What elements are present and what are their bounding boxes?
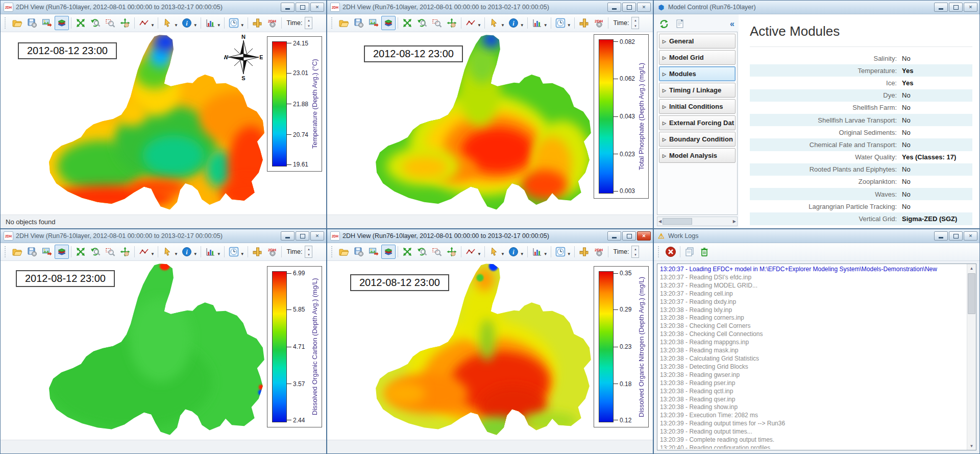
copy-log-button[interactable] xyxy=(682,245,697,259)
pan-button[interactable] xyxy=(445,245,459,259)
layers-button[interactable] xyxy=(381,245,396,259)
info-button[interactable]: i xyxy=(506,245,521,259)
export-image-button[interactable] xyxy=(366,245,381,259)
select-arrow-button[interactable] xyxy=(487,16,501,30)
dropdown-arrow-icon[interactable]: ▼ xyxy=(240,252,244,256)
scroll-up-arrow-icon[interactable]: ▲ xyxy=(967,264,976,272)
export-image-button[interactable] xyxy=(40,16,54,30)
close-button[interactable]: ✕ xyxy=(637,231,651,241)
sidebar-horizontal-scrollbar[interactable]: ◀ ▶ xyxy=(657,217,738,226)
fit-extents-button[interactable] xyxy=(74,16,88,30)
maximize-button[interactable] xyxy=(296,231,309,241)
dropdown-arrow-icon[interactable]: ▼ xyxy=(501,23,505,28)
close-button[interactable]: ✕ xyxy=(310,231,324,241)
scroll-down-arrow-icon[interactable]: ▼ xyxy=(967,442,976,450)
titlebar-temperature-view[interactable]: 2DH 2DH View (Run76-10layer, 2012-08-01 … xyxy=(1,1,326,14)
profile-line-button[interactable] xyxy=(137,16,151,30)
close-button[interactable]: ✕ xyxy=(637,3,651,12)
clock-button[interactable] xyxy=(553,245,568,259)
sidebar-item-external-forcing-dat[interactable]: ▷External Forcing Dat xyxy=(659,115,736,130)
sidebar-item-model-grid[interactable]: ▷Model Grid xyxy=(659,50,736,65)
bar-chart-button[interactable] xyxy=(530,16,544,30)
dropdown-arrow-icon[interactable]: ▼ xyxy=(193,23,198,28)
2dh-settings-button[interactable]: 2DH xyxy=(265,16,279,30)
heatmap-canvas-doc[interactable] xyxy=(1,261,269,440)
titlebar-work-logs[interactable]: ⚠ Work Logs ✕ xyxy=(654,229,979,243)
pan-button[interactable] xyxy=(118,16,132,30)
fit-extents-button[interactable] xyxy=(74,245,88,259)
titlebar-doc-view[interactable]: 2DH 2DH View (Run76-10layer, 2012-08-01 … xyxy=(1,229,326,243)
log-vertical-scrollbar[interactable]: ▲ ▼ xyxy=(967,264,976,450)
dropdown-arrow-icon[interactable]: ▼ xyxy=(501,252,505,256)
stop-button[interactable] xyxy=(664,245,678,259)
dropdown-arrow-icon[interactable]: ▼ xyxy=(567,23,571,28)
dropdown-arrow-icon[interactable]: ▼ xyxy=(520,252,524,256)
dropdown-arrow-icon[interactable]: ▼ xyxy=(151,252,155,256)
time-spinner[interactable]: ▲▼ xyxy=(305,246,312,258)
save-settings-button[interactable] xyxy=(352,16,366,30)
dropdown-arrow-icon[interactable]: ▼ xyxy=(544,252,548,256)
scroll-left-arrow-icon[interactable]: ◀ xyxy=(658,219,662,224)
close-button[interactable]: ✕ xyxy=(964,3,977,12)
scrollbar-thumb[interactable] xyxy=(663,218,692,225)
profile-line-button[interactable] xyxy=(463,16,478,30)
dropdown-arrow-icon[interactable]: ▼ xyxy=(520,23,524,28)
time-spinner[interactable]: ▲▼ xyxy=(305,17,312,29)
dropdown-arrow-icon[interactable]: ▼ xyxy=(151,23,155,28)
zoom-previous-button[interactable] xyxy=(88,16,103,30)
maximize-button[interactable] xyxy=(949,231,963,241)
ruler-button[interactable] xyxy=(250,245,264,259)
dropdown-arrow-icon[interactable]: ▼ xyxy=(477,23,481,28)
sidebar-item-initial-conditions[interactable]: ▷Initial Conditions xyxy=(659,99,736,114)
zoom-window-button[interactable] xyxy=(430,245,444,259)
dropdown-arrow-icon[interactable]: ▼ xyxy=(477,252,481,256)
layers-button[interactable] xyxy=(381,16,396,30)
ruler-button[interactable] xyxy=(250,16,264,30)
titlebar-phosphate-view[interactable]: 2DH 2DH View (Run76-10layer, 2012-08-01 … xyxy=(327,1,653,14)
ruler-button[interactable] xyxy=(577,245,591,259)
open-project-button[interactable] xyxy=(337,245,351,259)
info-button[interactable]: i xyxy=(506,16,521,30)
export-image-button[interactable] xyxy=(40,245,54,259)
titlebar-don-view[interactable]: 2DH 2DH View (Run76-10layer, 2012-08-01 … xyxy=(327,229,653,243)
info-button[interactable]: i xyxy=(180,245,194,259)
dropdown-arrow-icon[interactable]: ▼ xyxy=(174,252,178,256)
maximize-button[interactable] xyxy=(622,3,636,12)
scroll-right-arrow-icon[interactable]: ▶ xyxy=(733,219,736,224)
pan-button[interactable] xyxy=(118,245,132,259)
dropdown-arrow-icon[interactable]: ▼ xyxy=(217,23,221,28)
minimize-button[interactable] xyxy=(281,3,295,12)
minimize-button[interactable] xyxy=(934,3,948,12)
export-image-button[interactable] xyxy=(366,16,381,30)
dropdown-arrow-icon[interactable]: ▼ xyxy=(567,252,571,256)
zoom-previous-button[interactable] xyxy=(415,245,429,259)
bar-chart-button[interactable] xyxy=(530,245,544,259)
sidebar-item-modules[interactable]: ▷Modules xyxy=(659,66,736,81)
report-button[interactable] xyxy=(673,17,687,31)
layers-button[interactable] xyxy=(55,245,69,259)
refresh-button[interactable] xyxy=(657,17,671,31)
time-spinner[interactable]: ▲▼ xyxy=(631,246,639,258)
layers-button[interactable] xyxy=(55,16,69,30)
clear-log-button[interactable] xyxy=(697,245,712,259)
profile-line-button[interactable] xyxy=(137,245,151,259)
profile-line-button[interactable] xyxy=(463,245,478,259)
minimize-button[interactable] xyxy=(934,231,948,241)
scrollbar-thumb[interactable] xyxy=(968,273,975,314)
zoom-window-button[interactable] xyxy=(430,16,444,30)
sidebar-item-boundary-condition[interactable]: ▷Boundary Condition xyxy=(659,132,736,147)
minimize-button[interactable] xyxy=(607,3,621,12)
2dh-settings-button[interactable]: 2DH xyxy=(592,16,606,30)
info-button[interactable]: i xyxy=(180,16,194,30)
save-settings-button[interactable] xyxy=(25,245,39,259)
dropdown-arrow-icon[interactable]: ▼ xyxy=(544,23,548,28)
select-arrow-button[interactable] xyxy=(160,245,175,259)
fit-extents-button[interactable] xyxy=(400,16,414,30)
clock-button[interactable] xyxy=(227,16,241,30)
close-button[interactable]: ✕ xyxy=(310,3,324,12)
zoom-window-button[interactable] xyxy=(103,16,117,30)
bar-chart-button[interactable] xyxy=(203,16,217,30)
minimize-button[interactable] xyxy=(607,231,621,241)
titlebar-model-control[interactable]: ⬢ Model Control (Run76-10layer) ✕ xyxy=(654,1,979,14)
dropdown-arrow-icon[interactable]: ▼ xyxy=(193,252,198,256)
